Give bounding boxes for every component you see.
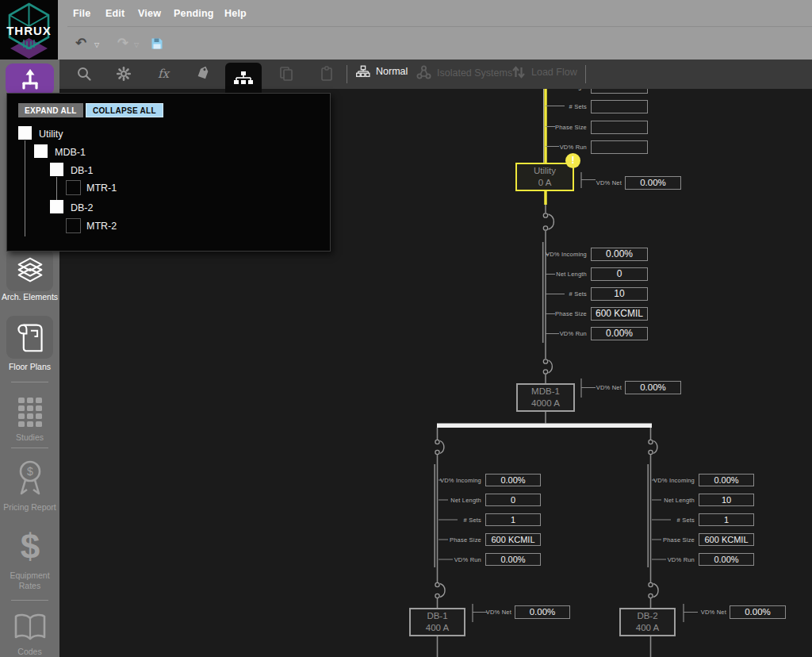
field-label: # Sets — [415, 517, 481, 524]
num-sets-input[interactable] — [591, 100, 648, 113]
net-length-input[interactable]: 0 — [591, 267, 648, 281]
field-label: Net Length — [415, 497, 481, 504]
tree-item-db-2[interactable]: DB-2 — [71, 202, 93, 213]
warning-badge-icon[interactable]: ! — [565, 153, 580, 168]
feeder-field-row: # Sets 1 — [415, 513, 541, 526]
collapse-all-button[interactable]: COLLAPSE ALL — [86, 103, 163, 117]
app-header: THRUX File Edit View Pending Help ↶ ▽ ↷ … — [0, 0, 812, 60]
normal-mode-icon — [356, 65, 370, 78]
vd-net-value[interactable]: 0.00% — [625, 176, 681, 190]
sidebar-item-label: Pricing Report — [0, 502, 59, 513]
net-length-input[interactable] — [591, 89, 648, 94]
tree-checkbox-mdb-1[interactable] — [34, 144, 48, 158]
mode-normal-button[interactable]: Normal — [354, 63, 409, 79]
tree-item-mdb-1[interactable]: MDB-1 — [55, 147, 86, 158]
field-label: VD% Incoming — [415, 477, 481, 484]
app-window: Net Length # Sets Phase Size VD% Run Uti… — [0, 0, 812, 657]
undo-history-dropdown[interactable]: ▽ — [94, 41, 99, 48]
menu-edit[interactable]: Edit — [105, 8, 124, 19]
sidebar-item-studies[interactable] — [6, 392, 53, 432]
vd-run-input[interactable]: 0.00% — [485, 553, 541, 566]
vd-net-value[interactable]: 0.00% — [515, 605, 570, 619]
vd-run-input[interactable]: 0.00% — [591, 327, 648, 340]
vd-incoming-input[interactable]: 0.00% — [699, 474, 754, 486]
menu-file[interactable]: File — [73, 8, 90, 19]
mode-isolated-systems-button[interactable]: Isolated Systems — [415, 63, 514, 82]
field-label: Net Length — [628, 497, 695, 504]
net-length-input[interactable]: 10 — [699, 494, 754, 506]
menu-help[interactable]: Help — [224, 8, 247, 19]
phase-size-input[interactable]: 600 KCMIL — [591, 307, 648, 321]
settings-button[interactable] — [114, 64, 133, 83]
tree-checkbox-db-2[interactable] — [50, 200, 63, 213]
tree-item-db-1[interactable]: DB-1 — [71, 165, 93, 176]
vd-net-row: VD% Net 0.00% — [558, 381, 681, 394]
menu-pending[interactable]: Pending — [174, 8, 214, 19]
node-name: Utility — [534, 166, 556, 176]
sidebar-item-equipment-rates[interactable]: $ — [6, 526, 53, 569]
feeder-field-row: # Sets — [520, 100, 648, 113]
phase-size-input[interactable] — [591, 121, 648, 134]
open-book-icon — [12, 612, 48, 644]
feeder-field-row: Net Length 10 — [628, 494, 754, 506]
expand-all-button[interactable]: EXPAND ALL — [18, 103, 83, 117]
vd-net-value[interactable]: 0.00% — [625, 381, 681, 394]
field-label: VD% Run — [628, 556, 695, 563]
mode-load-flow-button[interactable]: Load Flow — [510, 63, 579, 81]
vd-incoming-input[interactable]: 0.00% — [485, 474, 541, 486]
svg-text:$: $ — [27, 465, 33, 478]
paste-button[interactable] — [317, 64, 336, 83]
feeder-field-row: Phase Size 600 KCMIL — [520, 307, 648, 321]
tree-checkbox-mtr-1[interactable] — [66, 180, 81, 195]
sidebar-item-pricing-report[interactable]: $ — [6, 458, 53, 501]
tag-button[interactable] — [193, 64, 213, 83]
formula-button[interactable]: fx — [154, 64, 173, 83]
sidebar-item-one-line-active[interactable] — [6, 63, 54, 95]
tree-checkbox-utility[interactable] — [18, 126, 32, 140]
field-label: # Sets — [628, 517, 695, 524]
vd-run-input[interactable]: 0.00% — [699, 553, 754, 566]
copy-button[interactable] — [277, 64, 296, 83]
phase-size-input[interactable]: 600 KCMIL — [485, 533, 541, 546]
save-button[interactable] — [151, 37, 163, 52]
phase-size-input[interactable]: 600 KCMIL — [699, 533, 754, 546]
sidebar-item-floor-plans[interactable] — [6, 316, 53, 359]
vd-incoming-input[interactable]: 0.00% — [591, 248, 648, 261]
isolated-systems-icon — [416, 65, 431, 80]
vd-net-value[interactable]: 0.00% — [730, 605, 786, 619]
sidebar-divider — [11, 382, 48, 382]
tree-checkbox-mtr-2[interactable] — [66, 218, 81, 233]
tab-one-line-active[interactable] — [225, 63, 262, 94]
vd-run-input[interactable] — [591, 140, 648, 154]
tree-item-utility[interactable]: Utility — [39, 129, 63, 140]
sidebar-divider — [11, 600, 48, 601]
tree-connector — [25, 140, 25, 236]
net-length-input[interactable]: 0 — [485, 494, 541, 506]
vd-net-row: VD% Net 0.00% — [558, 176, 681, 190]
search-button[interactable] — [75, 64, 94, 83]
sidebar-item-label: Studies — [0, 432, 59, 443]
tree-item-mtr-2[interactable]: MTR-2 — [86, 221, 117, 232]
redo-button[interactable]: ↷ — [117, 35, 128, 51]
num-sets-input[interactable]: 1 — [699, 513, 754, 526]
tree-checkbox-db-1[interactable] — [50, 163, 63, 176]
sidebar-item-codes[interactable] — [6, 609, 53, 647]
formula-fx-icon: fx — [158, 67, 169, 81]
num-sets-input[interactable]: 10 — [591, 287, 648, 301]
field-label: Phase Size — [628, 536, 695, 544]
feeder-field-row: VD% Run — [520, 140, 648, 154]
menu-view[interactable]: View — [138, 8, 161, 19]
undo-button[interactable]: ↶ — [75, 35, 86, 51]
sidebar-item-arch-elements[interactable] — [6, 248, 53, 291]
node-name: DB-2 — [637, 611, 657, 621]
tree-item-mtr-1[interactable]: MTR-1 — [86, 182, 117, 194]
one-line-tree-icon — [234, 71, 253, 86]
header-divider — [67, 26, 812, 27]
node-name: DB-1 — [427, 611, 447, 621]
feeder-field-row: Net Length — [520, 89, 648, 94]
mode-normal-label: Normal — [376, 66, 408, 77]
redo-history-dropdown[interactable]: ▽ — [134, 41, 139, 48]
num-sets-input[interactable]: 1 — [485, 513, 541, 526]
mode-isolated-systems-label: Isolated Systems — [437, 67, 512, 79]
feeder-field-row: Phase Size 600 KCMIL — [415, 533, 541, 546]
